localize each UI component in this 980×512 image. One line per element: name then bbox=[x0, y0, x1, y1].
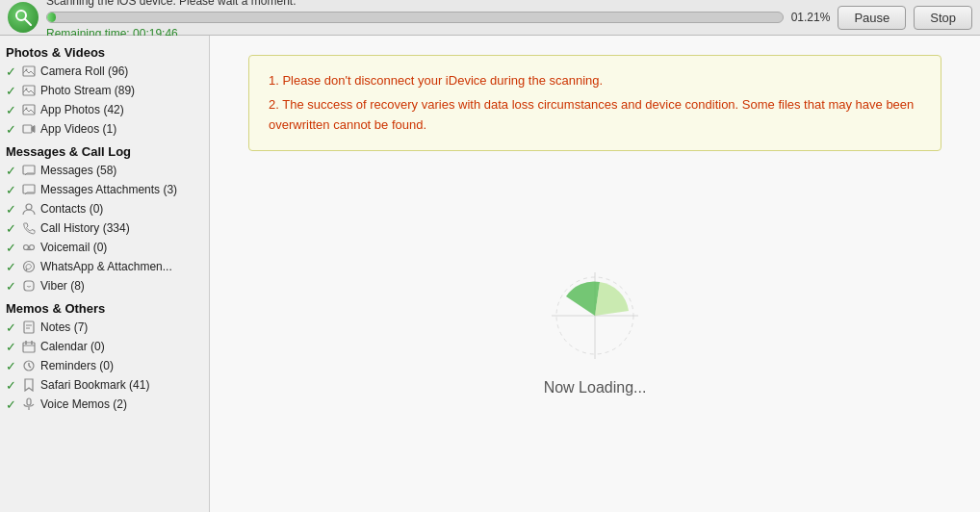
sidebar-item-label: Voicemail (0) bbox=[40, 241, 205, 254]
sidebar-item[interactable]: ✓Voice Memos (2) bbox=[0, 395, 209, 414]
loading-area: Now Loading... bbox=[544, 170, 647, 493]
svg-point-11 bbox=[26, 204, 32, 210]
sidebar-item-label: Viber (8) bbox=[40, 279, 205, 293]
video-icon bbox=[21, 121, 37, 137]
check-icon: ✓ bbox=[6, 320, 17, 335]
category-header: Memos & Others bbox=[0, 295, 209, 318]
check-icon: ✓ bbox=[6, 397, 17, 412]
svg-point-12 bbox=[24, 245, 29, 250]
check-icon: ✓ bbox=[6, 340, 17, 354]
main-layout: Photos & Videos✓Camera Roll (96)✓Photo S… bbox=[0, 36, 980, 512]
pause-button[interactable]: Pause bbox=[838, 6, 906, 30]
stop-button[interactable]: Stop bbox=[914, 6, 972, 30]
sidebar-item-label: App Photos (42) bbox=[40, 103, 205, 116]
sidebar: Photos & Videos✓Camera Roll (96)✓Photo S… bbox=[0, 36, 210, 512]
sidebar-item-label: Photo Stream (89) bbox=[40, 84, 205, 97]
voicemail-icon bbox=[21, 240, 37, 255]
info-line1: 1. Please don't disconnect your iDevice … bbox=[269, 71, 921, 91]
image-icon bbox=[21, 83, 37, 98]
sidebar-item-label: Messages (58) bbox=[40, 164, 205, 177]
reminder-icon bbox=[21, 358, 37, 373]
check-icon: ✓ bbox=[6, 84, 17, 98]
category-header: Messages & Call Log bbox=[0, 139, 209, 161]
sidebar-item-label: Voice Memos (2) bbox=[40, 397, 205, 411]
svg-line-26 bbox=[29, 366, 31, 368]
svg-rect-17 bbox=[24, 321, 34, 333]
top-middle: Scanning the iOS device. Please wait a m… bbox=[46, 0, 830, 40]
check-icon: ✓ bbox=[6, 260, 17, 274]
check-icon: ✓ bbox=[6, 241, 17, 255]
progress-bar bbox=[46, 12, 784, 23]
svg-rect-16 bbox=[24, 281, 34, 291]
check-icon: ✓ bbox=[6, 279, 17, 294]
check-icon: ✓ bbox=[6, 64, 17, 79]
phone-icon bbox=[21, 220, 37, 236]
scan-status-text: Scanning the iOS device. Please wait a m… bbox=[46, 0, 830, 8]
svg-rect-27 bbox=[27, 398, 31, 405]
info-box: 1. Please don't disconnect your iDevice … bbox=[248, 55, 941, 151]
voicememo-icon bbox=[21, 397, 37, 412]
info-line2: 2. The success of recovery varies with d… bbox=[269, 95, 921, 136]
check-icon: ✓ bbox=[6, 122, 17, 137]
viber-icon bbox=[21, 278, 37, 294]
progress-percent: 01.21% bbox=[789, 11, 830, 24]
sidebar-item-label: Messages Attachments (3) bbox=[40, 183, 205, 196]
sidebar-item[interactable]: ✓Voicemail (0) bbox=[0, 238, 209, 257]
note-icon bbox=[21, 320, 37, 335]
sidebar-item-label: Reminders (0) bbox=[40, 359, 205, 372]
sidebar-item[interactable]: ✓Camera Roll (96) bbox=[0, 62, 209, 81]
image-icon bbox=[21, 102, 37, 117]
scan-icon bbox=[8, 2, 39, 33]
sidebar-item-label: Contacts (0) bbox=[40, 202, 205, 216]
sidebar-item[interactable]: ✓Messages (58) bbox=[0, 161, 209, 180]
sidebar-item[interactable]: ✓Reminders (0) bbox=[0, 356, 209, 375]
check-icon: ✓ bbox=[6, 378, 17, 393]
svg-point-13 bbox=[30, 245, 35, 250]
sidebar-item[interactable]: ✓Messages Attachments (3) bbox=[0, 180, 209, 199]
svg-line-1 bbox=[25, 19, 31, 25]
content-area: 1. Please don't disconnect your iDevice … bbox=[210, 36, 980, 512]
message-icon bbox=[21, 163, 37, 178]
contact-icon bbox=[21, 201, 37, 217]
message-icon bbox=[21, 182, 37, 197]
check-icon: ✓ bbox=[6, 221, 17, 236]
svg-rect-8 bbox=[23, 125, 32, 133]
image-icon bbox=[21, 64, 37, 79]
sidebar-item-label: WhatsApp & Attachmen... bbox=[40, 260, 205, 273]
sidebar-item-label: Camera Roll (96) bbox=[40, 64, 205, 78]
progress-bar-fill bbox=[47, 13, 56, 22]
sidebar-item-label: Call History (334) bbox=[40, 221, 205, 235]
check-icon: ✓ bbox=[6, 103, 17, 117]
bookmark-icon bbox=[21, 377, 37, 393]
sidebar-item[interactable]: ✓App Photos (42) bbox=[0, 100, 209, 119]
sidebar-item-label: Calendar (0) bbox=[40, 340, 205, 353]
svg-point-15 bbox=[24, 262, 35, 272]
check-icon: ✓ bbox=[6, 202, 17, 217]
sidebar-item[interactable]: ✓Call History (334) bbox=[0, 218, 209, 238]
sidebar-item[interactable]: ✓App Videos (1) bbox=[0, 119, 209, 139]
sidebar-item-label: Notes (7) bbox=[40, 320, 205, 334]
progress-row: 01.21% bbox=[46, 11, 830, 24]
now-loading-text: Now Loading... bbox=[544, 379, 647, 397]
sidebar-item-label: App Videos (1) bbox=[40, 122, 205, 136]
check-icon: ✓ bbox=[6, 183, 17, 197]
check-icon: ✓ bbox=[6, 359, 17, 373]
spinner bbox=[547, 268, 643, 364]
svg-rect-20 bbox=[23, 343, 35, 352]
sidebar-item[interactable]: ✓Viber (8) bbox=[0, 276, 209, 295]
sidebar-item[interactable]: ✓Calendar (0) bbox=[0, 337, 209, 356]
sidebar-item[interactable]: ✓Notes (7) bbox=[0, 318, 209, 337]
top-bar: Scanning the iOS device. Please wait a m… bbox=[0, 0, 980, 36]
category-header: Photos & Videos bbox=[0, 39, 209, 62]
sidebar-item[interactable]: ✓Safari Bookmark (41) bbox=[0, 375, 209, 395]
calendar-icon bbox=[21, 339, 37, 354]
sidebar-item[interactable]: ✓Photo Stream (89) bbox=[0, 81, 209, 100]
sidebar-item[interactable]: ✓Contacts (0) bbox=[0, 199, 209, 218]
whatsapp-icon bbox=[21, 259, 37, 274]
sidebar-item[interactable]: ✓WhatsApp & Attachmen... bbox=[0, 257, 209, 276]
sidebar-item-label: Safari Bookmark (41) bbox=[40, 378, 205, 392]
check-icon: ✓ bbox=[6, 164, 17, 178]
